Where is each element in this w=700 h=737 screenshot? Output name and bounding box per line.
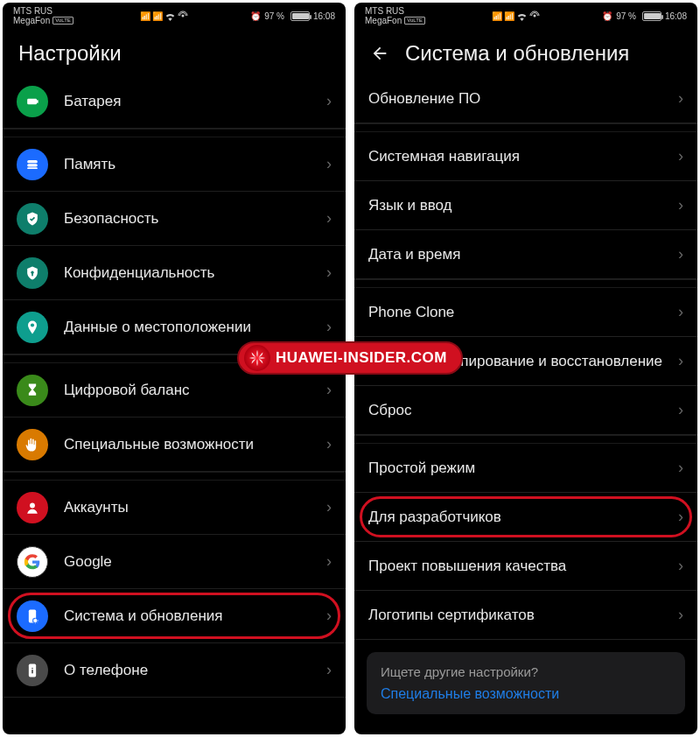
page-title: Настройки — [3, 29, 346, 74]
signal-icon: 📶 — [504, 11, 514, 21]
settings-item-a11y[interactable]: Специальные возможности › — [3, 418, 346, 472]
volte-badge: VoLTE — [52, 17, 74, 25]
system-item[interactable]: Проект повышения качества › — [354, 542, 697, 591]
settings-item-system[interactable]: Система и обновления › — [3, 589, 346, 643]
system-item-label: Для разработчиков — [368, 508, 678, 526]
svg-point-0 — [181, 15, 184, 18]
carrier-1: MTS RUS — [13, 6, 74, 16]
carrier-2: MegaFon — [13, 16, 50, 25]
chevron-right-icon: › — [326, 661, 332, 679]
svg-point-16 — [533, 15, 536, 18]
back-button[interactable] — [370, 44, 389, 63]
system-item-label: Обновление ПО — [368, 89, 678, 108]
chevron-right-icon: › — [678, 401, 683, 419]
settings-item-storage[interactable]: Память › — [3, 137, 346, 192]
chevron-right-icon: › — [678, 557, 683, 575]
battery-pct: 97 % — [264, 11, 284, 21]
status-icons-right: 📶 📶 — [492, 11, 540, 21]
settings-item-label: Google — [64, 552, 326, 571]
system-item[interactable]: Системная навигация › — [354, 132, 697, 181]
chevron-right-icon: › — [678, 245, 683, 263]
signal-icon: 📶 — [152, 11, 163, 21]
system-item[interactable]: Простой режим › — [354, 444, 697, 493]
chevron-right-icon: › — [326, 209, 332, 228]
system-item-label: Простой режим — [368, 459, 678, 477]
storage-icon — [17, 149, 48, 180]
system-item-label: Дата и время — [368, 245, 678, 263]
svg-rect-7 — [32, 273, 33, 276]
settings-item-label: Цифровой баланс — [64, 381, 326, 399]
svg-point-9 — [30, 502, 35, 508]
wifi-icon — [164, 11, 176, 21]
carrier-2: MegaFon — [365, 16, 402, 25]
alarm-icon: ⏰ — [602, 11, 612, 21]
watermark-text: HUAWEI-INSIDER.COM — [276, 349, 447, 367]
volte-badge: VoLTE — [404, 17, 425, 25]
settings-item-label: Данные о местоположении — [64, 318, 326, 336]
battery-pct: 97 % — [616, 11, 636, 21]
settings-item-accounts[interactable]: Аккаунты › — [3, 481, 346, 535]
chevron-right-icon: › — [678, 147, 683, 165]
settings-item-label: Безопасность — [64, 209, 326, 228]
chevron-right-icon: › — [678, 508, 683, 526]
system-item-label: Системная навигация — [368, 147, 678, 165]
clock: 16:08 — [313, 11, 335, 21]
pin-icon — [17, 312, 48, 343]
system-item[interactable]: Обновление ПО › — [354, 74, 697, 123]
card-question: Ищете другие настройки? — [381, 664, 671, 679]
accessibility-link[interactable]: Специальные возможности — [381, 686, 671, 702]
settings-list[interactable]: Батарея › Память › Безопасность › Конфид… — [3, 74, 346, 734]
phone-info-icon — [17, 655, 48, 686]
svg-rect-3 — [27, 160, 38, 163]
user-icon — [17, 492, 48, 523]
system-item-label: Сброс — [368, 401, 678, 419]
chevron-right-icon: › — [326, 155, 332, 173]
system-item-label: Логотипы сертификатов — [368, 606, 678, 624]
system-item-label: Проект повышения качества — [368, 557, 678, 575]
chevron-right-icon: › — [326, 92, 332, 110]
chevron-right-icon: › — [326, 318, 332, 336]
wifi-icon — [516, 11, 528, 21]
chevron-right-icon: › — [678, 606, 683, 624]
watermark-badge: HUAWEI-INSIDER.COM — [237, 341, 463, 375]
system-item-label: Язык и ввод — [368, 196, 678, 214]
system-list[interactable]: Обновление ПО › Системная навигация › Яз… — [354, 74, 697, 734]
settings-item-label: Аккаунты — [64, 498, 326, 516]
phone-gear-icon — [17, 600, 48, 632]
svg-rect-1 — [27, 98, 37, 104]
chevron-right-icon: › — [678, 459, 683, 477]
settings-item-battery[interactable]: Батарея › — [3, 74, 346, 129]
svg-rect-4 — [27, 164, 38, 166]
settings-item-label: Память — [64, 155, 326, 173]
settings-item-about[interactable]: О телефоне › — [3, 643, 346, 698]
hand-icon — [17, 429, 48, 460]
system-item[interactable]: Дата и время › — [354, 230, 697, 279]
settings-item-security[interactable]: Безопасность › — [3, 192, 346, 246]
chevron-right-icon: › — [326, 263, 332, 282]
settings-item-privacy[interactable]: Конфиденциальность › — [3, 246, 346, 300]
svg-rect-2 — [37, 100, 38, 102]
system-item[interactable]: Язык и ввод › — [354, 181, 697, 230]
battery-icon — [640, 11, 662, 21]
status-bar: MTS RUS MegaFon VoLTE 📶 📶 ⏰ 97 % 16:08 — [354, 3, 697, 29]
settings-item-label: О телефоне — [64, 661, 326, 679]
alarm-icon: ⏰ — [250, 11, 261, 21]
system-item[interactable]: Phone Clone › — [354, 288, 697, 337]
svg-rect-5 — [27, 167, 38, 169]
chevron-right-icon: › — [326, 498, 332, 516]
settings-item-label: Конфиденциальность — [64, 263, 326, 282]
system-item[interactable]: Сброс › — [354, 386, 697, 435]
svg-rect-15 — [32, 670, 33, 673]
clock: 16:08 — [665, 11, 687, 21]
chevron-right-icon: › — [326, 552, 332, 571]
system-item[interactable]: Логотипы сертификатов › — [354, 591, 697, 640]
search-other-settings-card: Ищете другие настройки? Специальные возм… — [367, 652, 685, 714]
shield-icon — [17, 203, 48, 235]
signal-icon: 📶 — [140, 11, 150, 21]
chevron-right-icon: › — [326, 607, 332, 625]
settings-item-google[interactable]: Google › — [3, 535, 346, 589]
page-title: Система и обновления — [405, 41, 629, 66]
system-item-label: Phone Clone — [368, 303, 678, 321]
chevron-right-icon: › — [678, 352, 683, 370]
system-item[interactable]: Для разработчиков › — [354, 493, 697, 542]
